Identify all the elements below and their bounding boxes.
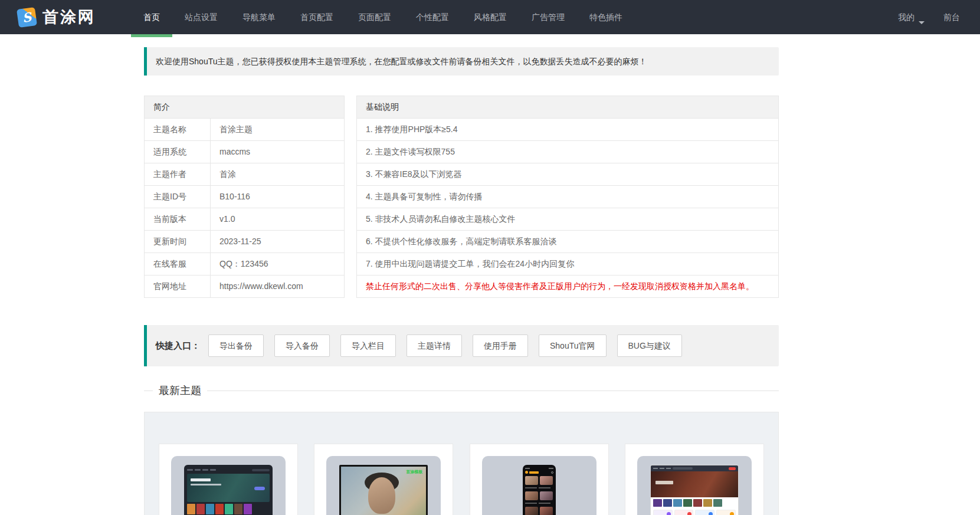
row-value: 首涂主题: [211, 119, 344, 140]
note-item: 4. 主题具备可复制性，请勿传播: [357, 186, 778, 208]
row-value: QQ：123456: [211, 253, 344, 275]
user-manual-button[interactable]: 使用手册: [473, 334, 528, 357]
official-site-url[interactable]: https://www.dkewl.com: [211, 275, 344, 297]
latest-themes-header: 最新主题: [144, 383, 779, 398]
row-value: 首涂: [211, 163, 344, 185]
nav-item-page-config[interactable]: 页面配置: [346, 0, 404, 34]
mock-browser-bar: [187, 468, 270, 472]
theme-preview-image: [184, 465, 273, 515]
mock-poster-row: [187, 504, 270, 514]
my-label: 我的: [898, 12, 915, 22]
nav-item-nav-menu[interactable]: 导航菜单: [230, 0, 288, 34]
mock-browser-bar: [651, 465, 738, 471]
nav-item-frontend[interactable]: 前台: [934, 0, 969, 34]
quick-entry-bar: 快捷入口： 导出备份 导入备份 导入栏目 主题详情 使用手册 ShouTu官网 …: [144, 325, 779, 366]
note-item: 2. 主题文件读写权限755: [357, 141, 778, 163]
import-backup-button[interactable]: 导入备份: [274, 334, 330, 357]
row-label: 主题ID号: [145, 186, 211, 208]
nav-item-my[interactable]: 我的: [889, 0, 934, 34]
theme-preview-frame: [171, 456, 286, 515]
table-row: 主题ID号 B10-116: [145, 186, 344, 208]
mock-hero-banner: [187, 474, 270, 502]
latest-themes-panel: 首涂模板: [144, 412, 779, 515]
nav-item-featured-plugins[interactable]: 特色插件: [577, 0, 635, 34]
table-row: 当前版本 v1.0: [145, 208, 344, 231]
table-row: 更新时间 2023-11-25: [145, 231, 344, 253]
row-label: 在线客服: [145, 253, 211, 275]
theme-card-light-desktop[interactable]: [625, 444, 764, 515]
table-row: 在线客服 QQ：123456: [145, 253, 344, 275]
mock-category-chips: [651, 509, 738, 515]
divider-line: [144, 391, 153, 391]
note-item: 1. 推荐使用PHP版本≥5.4: [357, 119, 778, 141]
row-label: 适用系统: [145, 141, 211, 163]
main-content: 欢迎使用ShouTu主题，您已获得授权使用本主题管理系统，在您配置或修改文件前请…: [144, 47, 779, 515]
theme-preview-frame: 首涂模板: [326, 456, 441, 515]
mock-status-bar: [525, 468, 553, 469]
row-value: B10-116: [211, 186, 344, 208]
theme-card-video-player[interactable]: 首涂模板: [314, 444, 453, 515]
note-item: 6. 不提供个性化修改服务，高端定制请联系客服洽谈: [357, 231, 778, 253]
mock-app-header: [525, 471, 553, 474]
theme-preview-image: [523, 465, 556, 515]
nav-item-style-config[interactable]: 风格配置: [461, 0, 519, 34]
row-label: 官网地址: [145, 275, 211, 297]
note-item: 5. 非技术人员请勿私自修改主题核心文件: [357, 208, 778, 231]
theme-card-mobile-app[interactable]: [470, 444, 609, 515]
row-label: 更新时间: [145, 231, 211, 252]
brand-icon: S: [17, 6, 37, 27]
note-item: 7. 使用中出现问题请提交工单，我们会在24小时内回复你: [357, 253, 778, 275]
table-row: 主题作者 首涂: [145, 163, 344, 186]
table-row: 主题名称 首涂主题: [145, 119, 344, 141]
quick-entry-label: 快捷入口：: [156, 340, 200, 352]
notes-panel-title: 基础说明: [357, 96, 778, 119]
theme-preview-image: 首涂模板: [339, 465, 428, 515]
notes-panel: 基础说明 1. 推荐使用PHP版本≥5.4 2. 主题文件读写权限755 3. …: [356, 96, 779, 298]
theme-preview-frame: [637, 456, 752, 515]
nav-item-home[interactable]: 首页: [131, 0, 172, 34]
intro-panel-title: 简介: [145, 96, 344, 119]
nav-item-site-settings[interactable]: 站点设置: [172, 0, 230, 34]
row-value: 2023-11-25: [211, 231, 344, 252]
mock-video-screen: 首涂模板: [341, 467, 426, 515]
import-columns-button[interactable]: 导入栏目: [340, 334, 396, 357]
nav-item-ad-management[interactable]: 广告管理: [519, 0, 577, 34]
theme-card-dark-desktop[interactable]: [159, 444, 298, 515]
nav-item-home-config[interactable]: 首页配置: [288, 0, 346, 34]
license-warning: 禁止任何形式的二次出售、分享他人等侵害作者及正版用户的行为，一经发现取消授权资格…: [357, 275, 778, 297]
row-label: 主题作者: [145, 163, 211, 185]
mock-hero-banner: [651, 471, 738, 497]
intro-panel: 简介 主题名称 首涂主题 适用系统 maccms 主题作者 首涂 主题ID号 B…: [144, 96, 345, 298]
latest-themes-title: 最新主题: [153, 383, 207, 398]
nav-item-personal-config[interactable]: 个性配置: [404, 0, 461, 34]
theme-preview-frame: [482, 456, 596, 515]
table-row: 适用系统 maccms: [145, 141, 344, 163]
note-item: 3. 不兼容IE8及以下浏览器: [357, 163, 778, 186]
row-value: v1.0: [211, 208, 344, 230]
row-value: maccms: [211, 141, 344, 163]
theme-details-button[interactable]: 主题详情: [407, 334, 462, 357]
top-navbar: S 首涂网 首页 站点设置 导航菜单 首页配置 页面配置 个性配置 风格配置 广…: [0, 0, 980, 34]
row-label: 当前版本: [145, 208, 211, 230]
bug-suggestions-button[interactable]: BUG与建议: [617, 334, 682, 357]
mock-thumb-grid: [525, 476, 553, 515]
main-menu: 首页 站点设置 导航菜单 首页配置 页面配置 个性配置 风格配置 广告管理 特色…: [131, 0, 635, 34]
logo[interactable]: S 首涂网: [18, 0, 96, 34]
row-label: 主题名称: [145, 119, 211, 140]
theme-preview-image: [650, 465, 739, 515]
info-panels: 简介 主题名称 首涂主题 适用系统 maccms 主题作者 首涂 主题ID号 B…: [144, 96, 779, 298]
mock-poster-row: [651, 497, 738, 509]
navbar-right: 我的 前台: [889, 0, 969, 34]
brand-name: 首涂网: [42, 6, 96, 28]
export-backup-button[interactable]: 导出备份: [208, 334, 264, 357]
table-row: 官网地址 https://www.dkewl.com: [145, 275, 344, 297]
shoutu-official-site-button[interactable]: ShouTu官网: [539, 334, 607, 357]
theme-cards-row: 首涂模板: [159, 444, 764, 515]
chevron-down-icon: [919, 21, 925, 27]
divider-line: [207, 391, 779, 391]
welcome-alert: 欢迎使用ShouTu主题，您已获得授权使用本主题管理系统，在您配置或修改文件前请…: [144, 47, 779, 76]
mock-watermark: 首涂模板: [406, 469, 422, 475]
